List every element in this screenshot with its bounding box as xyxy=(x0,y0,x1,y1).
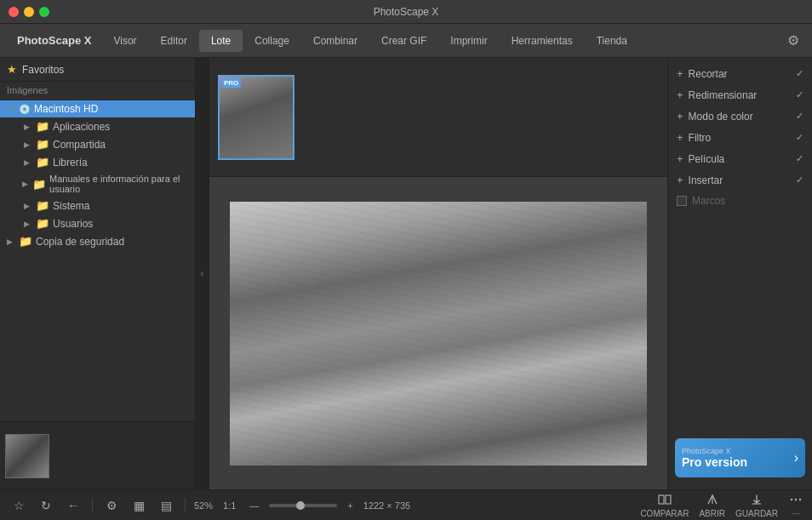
frames-item: Marcos xyxy=(668,191,812,211)
tree-arrow-copia: ▶ xyxy=(7,237,15,246)
back-icon[interactable]: ← xyxy=(63,495,83,516)
tree-item-sistema[interactable]: ▶ 📁 Sistema xyxy=(0,197,195,214)
close-button[interactable] xyxy=(9,7,19,17)
save-button[interactable]: GUARDAR xyxy=(735,492,778,518)
tree-arrow-compartida: ▶ xyxy=(24,140,32,149)
right-item-insertar[interactable]: + Insertar ✓ xyxy=(668,169,812,191)
right-item-redimensionar[interactable]: + Redimensionar ✓ xyxy=(668,84,812,106)
more-button[interactable]: ··· xyxy=(788,492,803,518)
tree-item-compartida[interactable]: ▶ 📁 Compartida xyxy=(0,135,195,153)
list-icon[interactable]: ▤ xyxy=(156,495,176,516)
plus-icon-pelicula: + xyxy=(677,152,683,165)
nav-herramientas[interactable]: Herramientas xyxy=(500,30,585,52)
svg-point-5 xyxy=(795,499,797,500)
main-image-view xyxy=(209,177,667,489)
check-icon-redimensionar: ✓ xyxy=(796,89,803,100)
compare-icon xyxy=(657,492,672,507)
refresh-icon[interactable]: ↻ xyxy=(36,495,56,516)
tree-arrow-sistema: ▶ xyxy=(24,202,32,210)
pro-version-button[interactable]: PhotoScape X Pro version › xyxy=(675,438,805,477)
tree-label-sistema: Sistema xyxy=(53,200,89,212)
nav-lote[interactable]: Lote xyxy=(199,30,243,52)
open-button[interactable]: ABRIR xyxy=(699,492,725,518)
right-item-modo-color[interactable]: + Modo de color ✓ xyxy=(668,106,812,127)
right-item-pelicula[interactable]: + Película ✓ xyxy=(668,148,812,169)
folder-icon-copia: 📁 xyxy=(19,235,32,248)
tree-arrow-usuarios: ▶ xyxy=(24,220,32,228)
check-icon-insertar: ✓ xyxy=(796,174,803,186)
zoom-slider-knob[interactable] xyxy=(296,501,305,510)
tree-label-compartida: Compartida xyxy=(53,139,106,151)
images-label: Imágenes xyxy=(0,82,195,99)
tree-arrow-manuales: ▶ xyxy=(22,180,29,188)
maximize-button[interactable] xyxy=(39,7,49,17)
nav-tienda[interactable]: Tienda xyxy=(585,30,639,52)
zoom-percent: 52% xyxy=(194,500,213,511)
content-area: PRO xyxy=(209,58,667,489)
more-label: ··· xyxy=(792,509,799,518)
grid-icon[interactable]: ▦ xyxy=(129,495,149,516)
thumbnail-preview[interactable] xyxy=(5,434,49,478)
zoom-slider[interactable] xyxy=(269,504,337,507)
nav-collage[interactable]: Collage xyxy=(243,30,301,52)
minimize-button[interactable] xyxy=(24,7,34,17)
tree-item-usuarios[interactable]: ▶ 📁 Usuarios xyxy=(0,214,195,232)
tree-label-usuarios: Usuarios xyxy=(53,218,93,230)
settings-icon[interactable]: ⚙ xyxy=(781,29,805,53)
tree-item-libreria[interactable]: ▶ 📁 Librería xyxy=(0,153,195,171)
svg-rect-0 xyxy=(659,495,664,504)
zoom-in-button[interactable]: + xyxy=(344,499,356,512)
tree-item-copia[interactable]: ▶ 📁 Copia de seguridad xyxy=(0,232,195,250)
pro-sub-label: PhotoScape X xyxy=(682,447,789,455)
check-icon-modo-color: ✓ xyxy=(796,111,803,122)
compare-button[interactable]: COMPARAR xyxy=(640,492,689,518)
favorites-icon: ★ xyxy=(7,63,17,76)
tree-item-aplicaciones[interactable]: ▶ 📁 Aplicaciones xyxy=(0,117,195,135)
sidebar-collapse-button[interactable]: ‹ xyxy=(196,58,209,489)
more-icon xyxy=(788,492,803,507)
folder-icon-libreria: 📁 xyxy=(36,156,49,169)
image-strip: PRO xyxy=(209,58,667,177)
right-item-filtro[interactable]: + Filtro ✓ xyxy=(668,127,812,148)
tree-item-macintosh-hd[interactable]: ▼ 💿 Macintosh HD xyxy=(0,100,195,117)
folder-icon-sistema: 📁 xyxy=(36,199,49,212)
check-icon-recortar: ✓ xyxy=(796,68,803,79)
tree-label-copia: Copia de seguridad xyxy=(36,236,124,248)
star-icon[interactable]: ☆ xyxy=(9,495,29,516)
window-title: PhotoScape X xyxy=(374,6,439,18)
zoom-ratio[interactable]: 1:1 xyxy=(220,499,239,512)
nav-editor[interactable]: Editor xyxy=(149,30,199,52)
nav-visor[interactable]: Visor xyxy=(101,30,148,52)
frames-checkbox[interactable] xyxy=(677,196,687,206)
nav-bar: PhotoScape X Visor Editor Lote Collage C… xyxy=(0,24,812,58)
app-logo[interactable]: PhotoScape X xyxy=(7,34,101,47)
right-item-recortar[interactable]: + Recortar ✓ xyxy=(668,63,812,84)
plus-icon-filtro: + xyxy=(677,131,683,144)
svg-rect-1 xyxy=(666,495,671,504)
svg-point-6 xyxy=(799,499,801,500)
settings-icon-bottom[interactable]: ⚙ xyxy=(101,495,122,516)
file-tree: ▼ 💿 Macintosh HD ▶ 📁 Aplicaciones ▶ 📁 Co… xyxy=(0,99,195,421)
photo-background xyxy=(230,202,647,466)
tree-item-manuales[interactable]: ▶ 📁 Manuales e información para el usuar… xyxy=(0,171,195,197)
nav-crear-gif[interactable]: Crear GIF xyxy=(369,30,438,52)
right-label-pelicula: Película xyxy=(689,153,725,165)
pro-version-text: PhotoScape X Pro version xyxy=(682,447,789,469)
right-label-recortar: Recortar xyxy=(689,68,728,80)
nav-imprimir[interactable]: Imprimir xyxy=(438,30,499,52)
strip-thumbnail-1[interactable]: PRO xyxy=(218,75,294,160)
folder-icon-manuales: 📁 xyxy=(32,178,46,191)
favorites-label: Favoritos xyxy=(22,64,64,76)
pro-main-label: Pro version xyxy=(682,455,789,469)
tree-arrow-hd: ▼ xyxy=(7,105,15,113)
zoom-out-button[interactable]: — xyxy=(246,499,262,512)
open-label: ABRIR xyxy=(699,509,725,518)
bottom-bar: ☆ ↻ ← ⚙ ▦ ▤ 52% 1:1 — + 1222 × 735 COMPA… xyxy=(0,489,812,520)
traffic-lights xyxy=(9,7,49,17)
sidebar: ★ Favoritos Imágenes ▼ 💿 Macintosh HD ▶ … xyxy=(0,58,196,489)
nav-combinar[interactable]: Combinar xyxy=(301,30,369,52)
svg-point-4 xyxy=(791,499,792,500)
folder-icon-aplicaciones: 📁 xyxy=(36,120,49,133)
right-label-modo-color: Modo de color xyxy=(689,111,753,123)
pro-badge: PRO xyxy=(221,78,241,88)
